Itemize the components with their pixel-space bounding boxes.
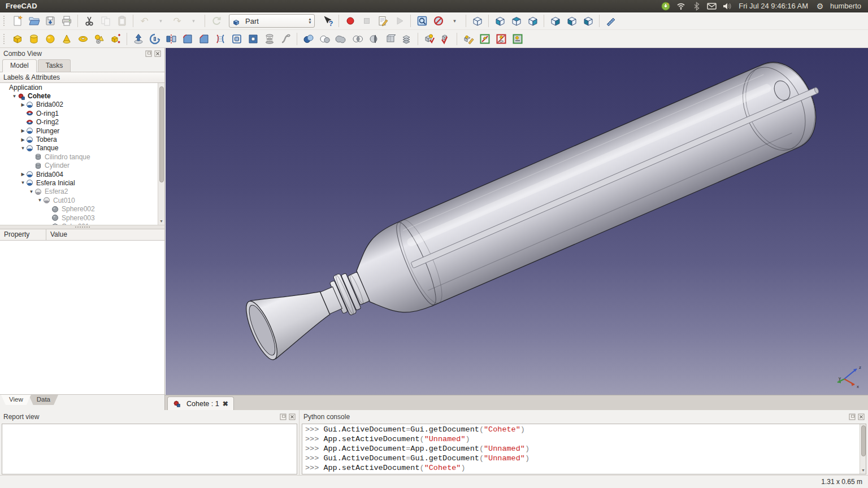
toolbar-validate-sketch-button[interactable] [510,31,525,46]
tree-item-application[interactable]: Application [0,83,164,91]
gear-icon[interactable]: ⚙ [815,1,825,11]
python-console-input[interactable]: >>> Gui.ActiveDocument=Gui.getDocument("… [302,424,866,474]
expander-closed-icon[interactable]: ▶ [20,172,26,177]
toolbar-view-axonometric-button[interactable] [470,14,485,29]
expander-open-icon[interactable]: ▼ [11,94,18,99]
toolbar-map-sketch-to-face-button[interactable] [477,31,492,46]
toolbar-cut-boolean-button[interactable] [317,31,332,46]
toolbar-view-rear-button[interactable] [548,14,563,29]
toolbar-cross-sections-button[interactable] [383,31,398,46]
expander-closed-icon[interactable]: ▶ [20,128,26,133]
tree-item-esfera2[interactable]: ▼Esfera2 [0,188,164,196]
tree-item-brida002[interactable]: ▶Brida002 [0,101,164,109]
toolbar-save-button[interactable] [42,14,58,29]
toolbar-reorient-sketch-button[interactable] [493,31,509,46]
toolbar-shape-builder-button[interactable] [108,31,123,46]
toolbar-check-geometry-button[interactable] [422,31,437,46]
toolbar-measure-linear-button[interactable] [603,14,618,29]
toolbar-section-button[interactable] [366,31,381,46]
tree-item-brida004[interactable]: ▶Brida004 [0,170,164,178]
tree-item-o-ring1[interactable]: O-ring1 [0,109,164,117]
toolbar-macro-record-button[interactable] [342,14,358,29]
toolbar-new-button[interactable] [10,14,25,29]
toolbar-handle[interactable] [3,34,6,44]
float-icon[interactable] [280,413,287,420]
property-editor[interactable] [0,241,164,395]
toolbar-cut-button[interactable] [81,14,97,29]
float-icon[interactable] [849,413,856,420]
tree-item-cut010[interactable]: ▼Cut010 [0,196,164,204]
toolbar-extrude-button[interactable] [131,31,146,46]
toolbar-view-front-button[interactable] [492,14,507,29]
software-update-icon[interactable] [661,1,671,11]
close-icon[interactable] [858,413,865,420]
bluetooth-icon[interactable] [691,1,701,11]
toolbar-view-right-button[interactable] [525,14,540,29]
toolbar-union-button[interactable] [333,31,349,46]
toolbar-box-button[interactable] [10,31,25,46]
toolbar-defeaturing-button[interactable] [438,31,453,46]
tree-item-esfera-inicial[interactable]: ▼Esfera Inicial [0,178,164,187]
mail-icon[interactable] [706,1,717,11]
expander-open-icon[interactable]: ▼ [20,180,26,185]
panel-splitter[interactable] [0,225,164,229]
float-icon[interactable] [145,50,152,57]
close-icon[interactable]: ✖ [223,400,228,408]
toolbar-draw-style-button[interactable] [431,14,446,29]
close-icon[interactable] [154,50,161,57]
report-view-output[interactable] [2,424,297,474]
toolbar-intersection-button[interactable] [350,31,365,46]
toolbar-draw-style-menu-button[interactable]: ▾ [447,14,462,29]
toolbar-view-bottom-button[interactable] [564,14,579,29]
wifi-icon[interactable] [676,1,686,11]
expander-open-icon[interactable]: ▼ [28,189,34,194]
toolbar-fillet-button[interactable] [180,31,195,46]
toolbar-print-button[interactable] [59,14,74,29]
tree-item-cilindro-tanque[interactable]: Cilindro tanque [0,152,164,161]
tree-item-sphere002[interactable]: Sphere002 [0,204,164,213]
workbench-spinner[interactable]: ▲▼ [308,18,312,24]
toolbar-open-button[interactable] [26,14,41,29]
toolbar-view-top-button[interactable] [509,14,524,29]
toolbar-macro-edit-button[interactable] [375,14,390,29]
toolbar-create-primitives-button[interactable] [92,31,107,46]
toolbar-view-left-button[interactable] [580,14,596,29]
tree-scrollbar[interactable]: ▼ [158,83,164,225]
workbench-selector[interactable]: Part ▲▼ [229,14,315,28]
tab-view[interactable]: View [1,395,31,405]
close-icon[interactable] [289,413,296,420]
expander-closed-icon[interactable]: ▶ [20,102,26,107]
toolbar-sweep-button[interactable] [278,31,293,46]
expander-open-icon[interactable]: ▼ [37,198,43,203]
tree-item-plunger[interactable]: ▶Plunger [0,127,164,135]
tree-item-tanque[interactable]: ▼Tanque [0,144,164,152]
tree-item-tobera[interactable]: ▶Tobera [0,135,164,143]
tree-item-cube001[interactable]: Cube001 [0,222,164,225]
toolbar-slice-button[interactable] [399,31,414,46]
console-scrollbar[interactable]: ▼ [860,424,866,474]
tree-item-cohete[interactable]: ▼Cohete [0,91,164,100]
expander-open-icon[interactable]: ▼ [20,146,26,151]
3d-viewport[interactable]: z x y [165,48,868,395]
toolbar-ruled-surface-button[interactable] [212,31,228,46]
clock[interactable]: Fri Jul 24 9:46:16 AM [739,2,808,10]
toolbar-cylinder-button[interactable] [26,31,41,46]
tab-data[interactable]: Data [29,395,58,405]
toolbar-create-sketch-button[interactable] [461,31,476,46]
document-tab-cohete[interactable]: Cohete : 1 ✖ [167,396,234,410]
toolbar-cone-button[interactable] [59,31,74,46]
toolbar-torus-button[interactable] [75,31,90,46]
toolbar-loft-button[interactable] [262,31,277,46]
tree-item-cylinder[interactable]: Cylinder [0,162,164,170]
toolbar-mirror-button[interactable] [163,31,179,46]
toolbar-whats-this-button[interactable]: ? [320,14,335,29]
tab-model[interactable]: Model [2,59,37,72]
username-menu[interactable]: humberto [830,2,861,10]
toolbar-chamfer-button[interactable] [196,31,211,46]
toolbar-handle[interactable] [3,16,6,26]
toolbar-3d-offset-button[interactable] [229,31,244,46]
tree-item-sphere003[interactable]: Sphere003 [0,213,164,222]
toolbar-thickness-button[interactable] [245,31,261,46]
tree-item-o-ring2[interactable]: O-ring2 [0,118,164,127]
toolbar-revolve-button[interactable] [147,31,162,46]
